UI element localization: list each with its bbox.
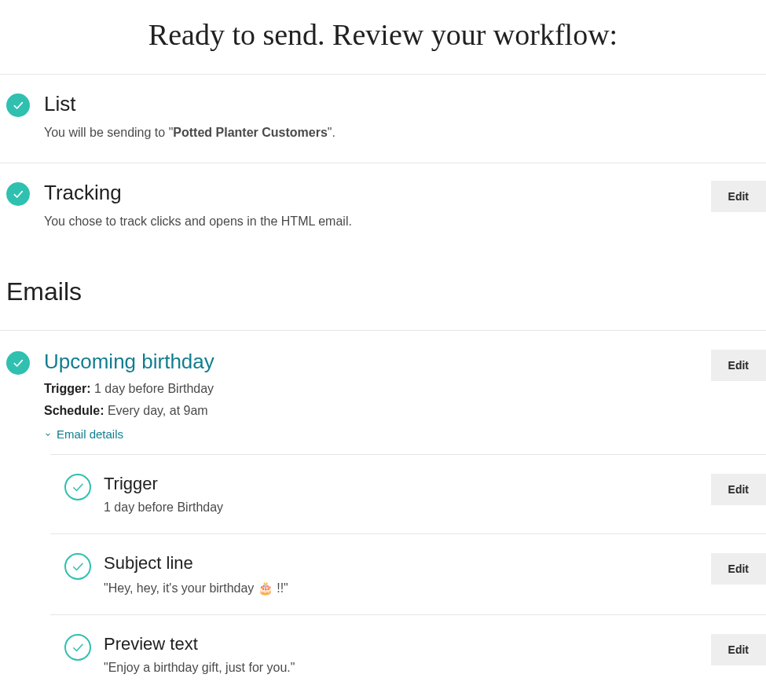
email-details-toggle[interactable]: Email details bbox=[44, 427, 123, 441]
sub-row-trigger: Trigger 1 day before Birthday Edit bbox=[50, 454, 766, 533]
sub-desc-subject: "Hey, hey, it's your birthday 🎂 !!" bbox=[104, 581, 711, 596]
sub-title-preview: Preview text bbox=[104, 634, 711, 654]
trigger-value: 1 day before Birthday bbox=[91, 382, 214, 395]
check-outline-icon bbox=[64, 474, 91, 500]
check-outline-icon bbox=[64, 553, 91, 580]
sub-desc-preview: "Enjoy a birthday gift, just for you." bbox=[104, 661, 711, 675]
check-outline-icon bbox=[64, 634, 91, 661]
edit-email-button[interactable]: Edit bbox=[711, 350, 766, 381]
check-icon bbox=[6, 182, 30, 206]
list-desc-bold: Potted Planter Customers bbox=[173, 126, 327, 139]
tracking-section: Tracking You chose to track clicks and o… bbox=[0, 163, 766, 251]
trigger-label: Trigger: bbox=[44, 382, 91, 395]
email-sub-list: Trigger 1 day before Birthday Edit Subje… bbox=[50, 454, 766, 681]
tracking-description: You chose to track clicks and opens in t… bbox=[44, 213, 711, 230]
chevron-down-icon bbox=[44, 431, 52, 438]
schedule-label: Schedule: bbox=[44, 404, 104, 417]
list-section: List You will be sending to "Potted Plan… bbox=[0, 75, 766, 163]
list-desc-suffix: ". bbox=[328, 126, 335, 139]
schedule-value: Every day, at 9am bbox=[104, 404, 207, 417]
email-trigger-line: Trigger: 1 day before Birthday bbox=[44, 382, 711, 396]
sub-title-trigger: Trigger bbox=[104, 474, 711, 494]
check-icon bbox=[6, 93, 30, 117]
list-title: List bbox=[44, 92, 766, 116]
edit-subject-button[interactable]: Edit bbox=[711, 553, 766, 585]
edit-preview-button[interactable]: Edit bbox=[711, 634, 766, 665]
email-details-label: Email details bbox=[57, 427, 123, 441]
email-schedule-line: Schedule: Every day, at 9am bbox=[44, 404, 711, 418]
emails-heading: Emails bbox=[0, 251, 766, 331]
sub-desc-trigger: 1 day before Birthday bbox=[104, 500, 711, 515]
edit-tracking-button[interactable]: Edit bbox=[711, 181, 766, 212]
list-description: You will be sending to "Potted Planter C… bbox=[44, 124, 766, 141]
check-icon bbox=[6, 351, 30, 375]
sub-row-preview: Preview text "Enjoy a birthday gift, jus… bbox=[50, 614, 766, 681]
sub-row-subject: Subject line "Hey, hey, it's your birthd… bbox=[50, 533, 766, 614]
edit-trigger-button[interactable]: Edit bbox=[711, 474, 766, 505]
sub-title-subject: Subject line bbox=[104, 553, 711, 574]
page-title: Ready to send. Review your workflow: bbox=[0, 0, 766, 74]
email-block: Upcoming birthday Trigger: 1 day before … bbox=[0, 331, 766, 681]
tracking-title: Tracking bbox=[44, 181, 711, 205]
email-title[interactable]: Upcoming birthday bbox=[44, 350, 711, 374]
list-desc-prefix: You will be sending to " bbox=[44, 126, 173, 139]
